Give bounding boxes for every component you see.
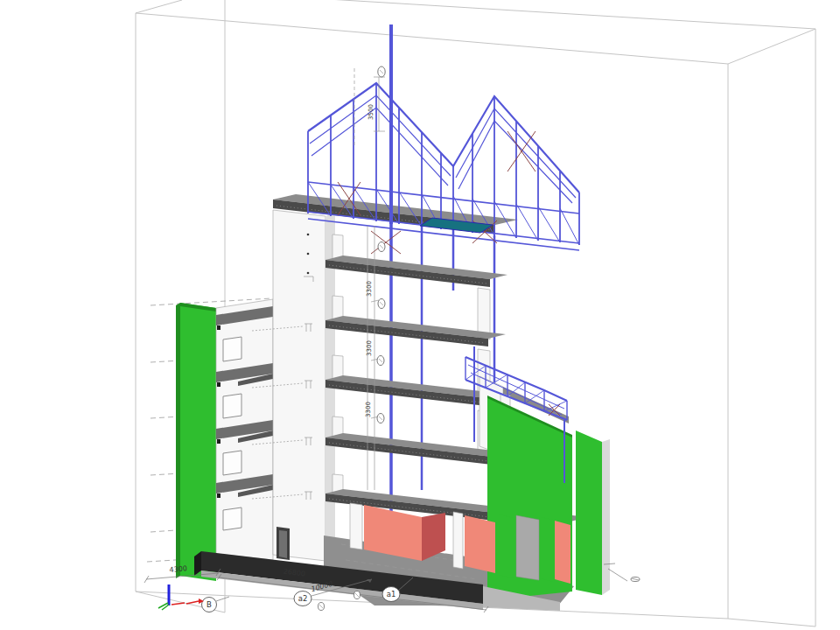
- viewport-3d[interactable]: 3500 3300 3300 3300 4300 26800 10000 B a…: [0, 0, 840, 630]
- green-wall-side: [602, 439, 610, 595]
- vertical-dimensions: 3500 3300 3300 3300: [354, 66, 385, 490]
- red-wall: [465, 515, 495, 573]
- green-wall: [541, 517, 553, 582]
- dim-3300: 3300: [365, 402, 372, 417]
- dim-3500: 3500: [368, 104, 374, 120]
- dim-3300: 3300: [366, 281, 373, 297]
- dim-4300: 4300: [169, 564, 187, 574]
- steel-truss-roof[interactable]: [308, 24, 579, 254]
- window: [223, 508, 242, 530]
- window: [223, 394, 242, 418]
- svg-text:a1: a1: [387, 590, 396, 598]
- left-wing[interactable]: [176, 299, 273, 581]
- door-leaf: [279, 530, 287, 558]
- green-wall-left-face[interactable]: [180, 303, 216, 581]
- svg-text:a2: a2: [298, 594, 308, 603]
- window: [223, 451, 242, 475]
- axis-z: [168, 584, 171, 606]
- green-wall-left[interactable]: [176, 303, 180, 578]
- axis-y: [158, 603, 169, 610]
- green-wall: [499, 514, 514, 578]
- dim-3300: 3300: [366, 340, 373, 356]
- red-wall: [555, 521, 570, 584]
- window: [223, 337, 242, 361]
- gray-wall: [516, 515, 539, 580]
- svg-text:B: B: [206, 600, 212, 609]
